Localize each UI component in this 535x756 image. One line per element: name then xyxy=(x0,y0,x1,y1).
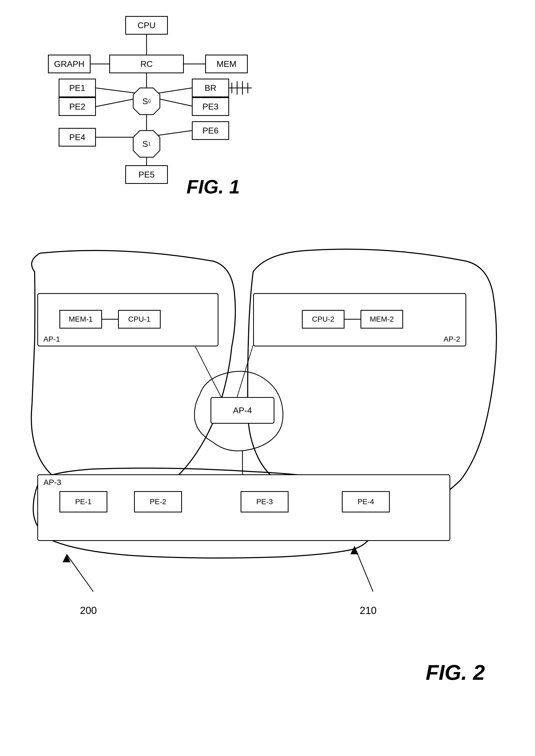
pe4-label-fig2: PE-4 xyxy=(357,497,374,506)
svg-line-20 xyxy=(194,345,221,397)
s1-node: S1 xyxy=(132,129,161,158)
cpu1-box: CPU-1 xyxy=(118,310,161,328)
s0-label: S xyxy=(142,97,148,106)
mem-box: MEM xyxy=(205,55,248,73)
s1-label: S xyxy=(142,139,148,149)
ap3-container: AP-3 PE-1 PE-2 PE-3 PE-4 xyxy=(37,474,450,541)
ap4-container: AP-4 xyxy=(211,397,274,424)
s1-sub: 1 xyxy=(148,141,151,147)
svg-line-6 xyxy=(157,88,192,93)
cpu-label: CPU xyxy=(137,20,155,30)
svg-line-22 xyxy=(67,554,93,592)
ap4-label: AP-4 xyxy=(233,406,252,415)
pe2-box: PE2 xyxy=(59,97,96,116)
pe3-label-fig2: PE-3 xyxy=(256,497,273,506)
svg-line-4 xyxy=(96,88,137,93)
mem-label: MEM xyxy=(217,59,237,69)
br-box: BR xyxy=(192,79,229,97)
cpu-box: CPU xyxy=(125,16,168,35)
rc-box: RC xyxy=(109,55,184,73)
graph-box: GRAPH xyxy=(48,55,91,73)
pe1-label-fig2: PE-1 xyxy=(75,497,92,506)
pe3-label: PE3 xyxy=(203,102,218,112)
fig2-diagram: AP-1 MEM-1 CPU-1 AP-2 CPU-2 MEM-2 AP-4 xyxy=(13,240,506,706)
pe1-box: PE1 xyxy=(59,79,96,97)
ap3-label: AP-3 xyxy=(43,478,61,487)
pe4-box-fig2: PE-4 xyxy=(342,491,390,513)
pe6-box: PE6 xyxy=(192,121,229,140)
pe2-box-fig2: PE-2 xyxy=(134,491,182,513)
pe5-box: PE5 xyxy=(125,165,168,184)
pe2-label: PE2 xyxy=(69,102,85,112)
mem2-label: MEM-2 xyxy=(370,315,394,323)
rc-label: RC xyxy=(140,59,153,69)
pe4-box: PE4 xyxy=(59,128,96,147)
fig2-label: FIG. 2 xyxy=(426,660,485,685)
svg-line-5 xyxy=(96,98,136,107)
fig1-diagram: CPU RC GRAPH MEM S0 PE1 PE2 BR PE3 xyxy=(27,11,267,218)
cpu1-label: CPU-1 xyxy=(128,315,151,323)
pe6-label: PE6 xyxy=(203,126,218,136)
svg-line-7 xyxy=(158,98,192,106)
pe3-box-fig2: PE-3 xyxy=(240,491,289,513)
s0-node: S0 xyxy=(132,87,161,116)
pe5-label: PE5 xyxy=(139,170,155,180)
pe1-box-fig2: PE-1 xyxy=(59,491,107,513)
br-label: BR xyxy=(205,83,216,93)
svg-line-10 xyxy=(158,130,192,135)
ref-210: 210 xyxy=(360,605,377,616)
pe4-label: PE4 xyxy=(69,132,85,142)
pe2-label-fig2: PE-2 xyxy=(150,497,166,506)
fig1-label: FIG. 1 xyxy=(186,176,240,198)
s0-sub: 0 xyxy=(148,98,151,104)
ref-200: 200 xyxy=(80,605,97,616)
pe1-label: PE1 xyxy=(69,83,85,93)
ap2-container: AP-2 CPU-2 MEM-2 xyxy=(253,293,466,347)
ap1-container: AP-1 MEM-1 CPU-1 xyxy=(37,293,218,347)
graph-label: GRAPH xyxy=(54,59,84,69)
mem2-box: MEM-2 xyxy=(360,310,403,328)
pe3-box: PE3 xyxy=(192,97,229,116)
